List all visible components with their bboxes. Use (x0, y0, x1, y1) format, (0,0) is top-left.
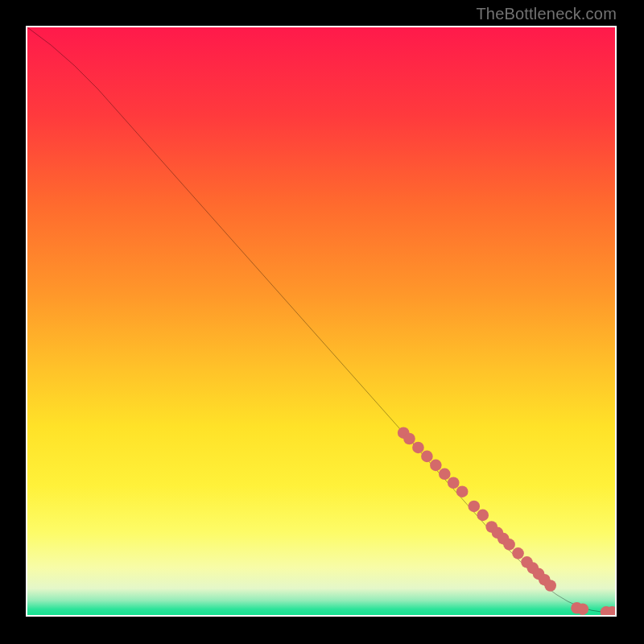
attribution-label: TheBottleneck.com (476, 5, 617, 23)
plot-frame (26, 26, 617, 617)
chart-stage: TheBottleneck.com (0, 0, 644, 644)
